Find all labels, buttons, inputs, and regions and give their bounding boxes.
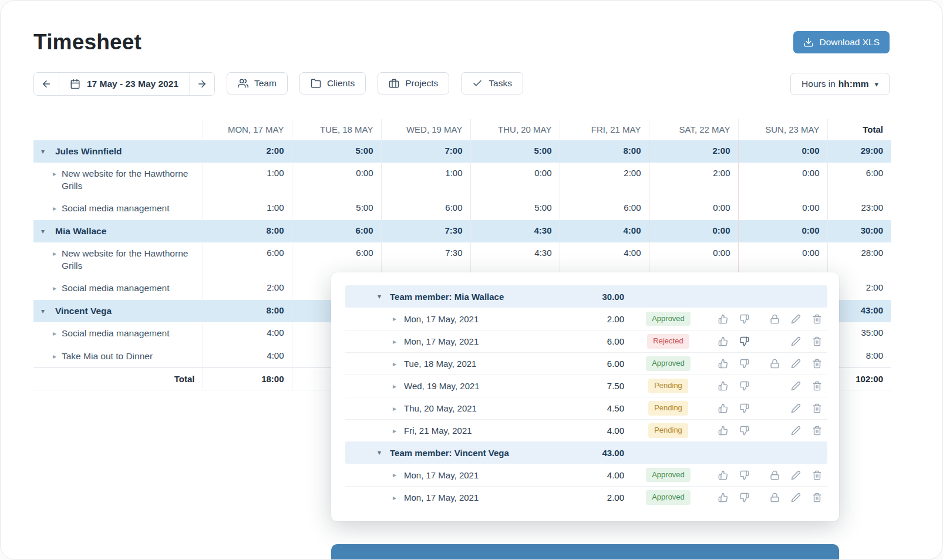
time-cell[interactable]: 2:00 [203,140,292,163]
collapse-caret-icon[interactable] [38,147,48,156]
edit-button[interactable] [785,426,806,436]
time-cell[interactable]: 4:00 [560,220,649,242]
thumbs-down-button[interactable] [733,314,755,324]
date-range-button[interactable]: 17 May - 23 May 2021 [59,73,190,95]
delete-button[interactable] [806,314,827,324]
time-cell[interactable]: 2:00 [560,163,649,197]
thumbs-down-button[interactable] [733,381,755,391]
tasks-filter-button[interactable]: Tasks [461,72,523,95]
time-cell[interactable]: 4:00 [203,345,292,368]
time-cell[interactable]: 6:00 [203,242,292,277]
collapse-caret-icon[interactable] [38,307,48,315]
time-cell[interactable]: 5:00 [292,197,381,220]
thumbs-up-button[interactable] [712,314,733,324]
expand-caret-icon[interactable] [391,471,398,479]
time-cell[interactable]: 7:30 [381,220,470,242]
popup-group-header[interactable]: Team member: Vincent Vega 43.00 [345,441,827,464]
time-cell[interactable]: 7:00 [381,140,470,163]
expand-caret-icon[interactable] [391,315,398,323]
time-cell[interactable]: 1:00 [203,197,292,220]
edit-button[interactable] [785,492,806,502]
lock-icon[interactable] [764,492,785,502]
thumbs-down-button[interactable] [733,359,755,369]
task-name[interactable]: Social media management [62,203,170,214]
collapse-caret-icon[interactable] [375,448,384,457]
edit-button[interactable] [785,314,806,324]
expand-caret-icon[interactable] [391,494,398,502]
edit-button[interactable] [785,359,806,369]
member-name[interactable]: Jules Winnfield [55,146,122,157]
delete-button[interactable] [806,492,827,502]
thumbs-up-button[interactable] [712,403,733,413]
expand-caret-icon[interactable] [391,338,398,346]
prev-week-button[interactable] [34,73,59,95]
thumbs-up-button[interactable] [712,470,733,480]
delete-button[interactable] [806,403,827,413]
next-week-button[interactable] [190,73,214,95]
time-cell[interactable]: 5:00 [470,140,560,163]
collapse-caret-icon[interactable] [375,292,384,301]
expand-caret-icon[interactable] [391,360,398,368]
member-name[interactable]: Vincent Vega [55,305,112,317]
task-name[interactable]: Social media management [62,328,170,339]
task-name[interactable]: New website for the Hawthorne Grills [62,248,196,272]
time-cell[interactable]: 8:00 [560,140,649,163]
member-name[interactable]: Mia Wallace [55,225,106,237]
delete-button[interactable] [806,336,827,346]
edit-button[interactable] [785,403,806,413]
expand-caret-icon[interactable] [391,427,398,435]
team-filter-button[interactable]: Team [227,72,288,95]
time-cell[interactable]: 8:00 [203,300,292,322]
clients-filter-button[interactable]: Clients [299,72,366,95]
expand-caret-icon[interactable] [51,170,58,178]
thumbs-down-button[interactable] [733,492,755,502]
lock-icon[interactable] [764,314,785,324]
thumbs-down-button[interactable] [733,403,755,413]
time-cell[interactable]: 5:00 [470,197,560,220]
time-cell[interactable]: 6:00 [560,197,649,220]
time-cell[interactable]: 1:00 [381,163,470,197]
time-cell[interactable]: 2:00 [203,277,292,299]
time-cell[interactable]: 6:00 [381,197,470,220]
thumbs-up-button[interactable] [712,426,733,436]
thumbs-up-button[interactable] [712,359,733,369]
thumbs-down-button[interactable] [733,336,755,346]
expand-caret-icon[interactable] [51,284,58,292]
expand-caret-icon[interactable] [51,249,58,258]
collapse-caret-icon[interactable] [38,227,48,235]
time-cell[interactable]: 0:00 [738,140,827,163]
time-cell[interactable]: 0:00 [292,163,381,197]
expand-caret-icon[interactable] [391,404,398,413]
edit-button[interactable] [785,381,806,391]
thumbs-up-button[interactable] [712,492,733,502]
expand-caret-icon[interactable] [51,352,58,360]
time-cell[interactable]: 2:00 [649,140,738,163]
projects-filter-button[interactable]: Projects [378,72,449,95]
expand-caret-icon[interactable] [51,329,58,338]
thumbs-up-button[interactable] [712,381,733,391]
popup-group-header[interactable]: Team member: Mia Wallace 30.00 [345,285,827,308]
lock-icon[interactable] [764,470,785,480]
task-name[interactable]: Take Mia out to Dinner [62,350,153,362]
edit-button[interactable] [785,336,806,346]
delete-button[interactable] [806,426,827,436]
time-cell[interactable]: 0:00 [738,197,827,220]
edit-button[interactable] [785,470,806,480]
task-name[interactable]: New website for the Hawthorne Grills [62,168,196,192]
hours-format-button[interactable]: Hours in hh:mm [790,73,890,95]
time-cell[interactable]: 8:00 [203,220,292,242]
thumbs-down-button[interactable] [733,426,755,436]
thumbs-up-button[interactable] [712,336,733,346]
time-cell[interactable]: 2:00 [649,163,738,197]
time-cell[interactable]: 1:00 [203,163,292,197]
thumbs-down-button[interactable] [733,470,755,480]
time-cell[interactable]: 4:00 [203,322,292,345]
time-cell[interactable]: 0:00 [649,197,738,220]
delete-button[interactable] [806,381,827,391]
download-xls-button[interactable]: Download XLS [793,31,890,53]
time-cell[interactable]: 6:00 [292,220,381,242]
expand-caret-icon[interactable] [391,382,398,390]
time-cell[interactable]: 5:00 [292,140,381,163]
time-cell[interactable]: 0:00 [738,163,827,197]
expand-caret-icon[interactable] [51,204,58,212]
